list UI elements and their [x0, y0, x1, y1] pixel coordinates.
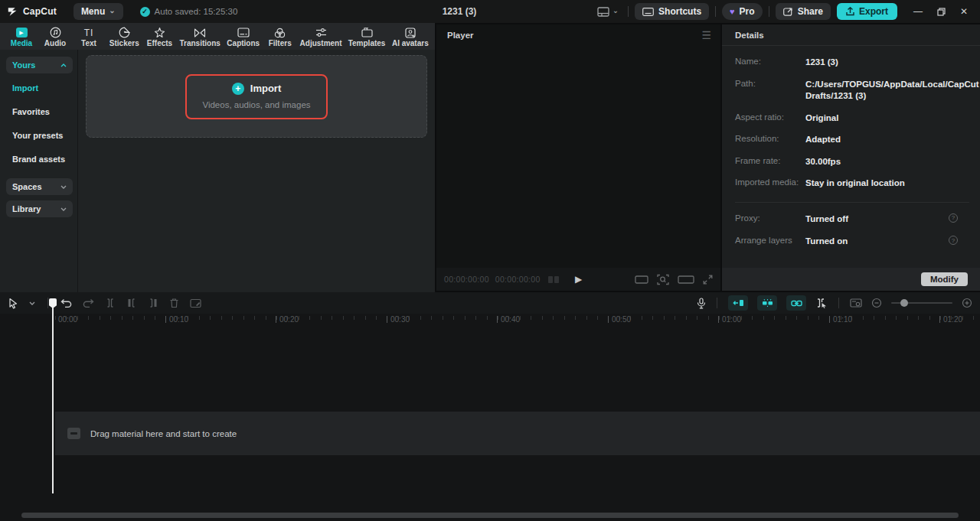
menu-button[interactable]: Menu ⌄	[74, 3, 123, 20]
timeline-panel: 00:00 00:10 00:20 00:30 00:40 00:50 01:0…	[0, 292, 980, 521]
help-icon[interactable]: ?	[949, 213, 958, 223]
pro-button[interactable]: ♥ Pro	[722, 3, 763, 20]
sidebar-item-favorites[interactable]: Favorites	[6, 103, 73, 121]
magnet-icon	[733, 299, 744, 307]
sidebar-item-brand-assets[interactable]: Brand assets	[6, 150, 73, 168]
divider	[717, 298, 717, 308]
split-button[interactable]	[105, 298, 116, 308]
tab-filters[interactable]: Filters	[263, 24, 297, 49]
plus-icon: +	[232, 83, 244, 95]
wide-preview-icon[interactable]	[678, 275, 694, 284]
tab-media[interactable]: ▶ Media	[5, 24, 38, 49]
tab-text[interactable]: TI Text	[72, 24, 106, 49]
preview-axis-icon	[815, 298, 828, 308]
workspace-layout-button[interactable]: ⌄	[594, 5, 622, 18]
delete-right-button[interactable]	[148, 298, 158, 308]
preview-axis-button[interactable]	[815, 298, 828, 308]
export-button[interactable]: Export	[837, 3, 897, 20]
import-button[interactable]: + Import	[232, 83, 281, 95]
divider	[47, 298, 48, 308]
detail-row-aspect-ratio: Aspect ratio: Original	[735, 112, 969, 125]
ratio-icon[interactable]	[635, 275, 648, 284]
tab-transitions[interactable]: Transitions	[177, 24, 224, 49]
sidebar-item-spaces[interactable]: Spaces	[6, 178, 73, 195]
fullscreen-icon[interactable]	[703, 275, 713, 285]
timeline-toolbar	[0, 292, 980, 314]
play-button[interactable]: ▶	[575, 274, 582, 285]
divider	[838, 298, 839, 308]
detail-row-resolution: Resolution: Adapted	[735, 134, 969, 146]
playhead[interactable]	[49, 298, 57, 308]
shortcuts-button[interactable]: Shortcuts	[635, 3, 709, 20]
adjust-layout-button[interactable]	[850, 298, 862, 308]
select-tool-button[interactable]	[8, 298, 18, 309]
sidebar-item-library[interactable]: Library	[6, 200, 73, 217]
sidebar-item-your-presets[interactable]: Your presets	[6, 126, 73, 145]
delete-right-icon	[148, 298, 158, 308]
main-track-magnet-toggle[interactable]	[728, 295, 748, 311]
frame-by-frame-icon[interactable]	[548, 276, 559, 283]
redo-button[interactable]	[83, 298, 94, 308]
split-icon	[105, 298, 116, 308]
capcut-logo-icon	[7, 7, 19, 17]
delete-button[interactable]	[169, 298, 179, 308]
timeline-ruler[interactable]: 00:00 00:10 00:20 00:30 00:40 00:50 01:0…	[0, 314, 980, 327]
captions-icon	[237, 27, 250, 38]
timeline-zoom-slider[interactable]	[891, 302, 952, 304]
undo-button[interactable]	[60, 298, 72, 308]
ruler-label: 00:20	[279, 315, 299, 324]
minimize-button[interactable]: —	[908, 2, 928, 21]
detail-row-path: Path: C:/Users/TOPGUS/AppData/Local/CapC…	[735, 79, 969, 103]
auto-snap-toggle[interactable]	[757, 295, 777, 311]
ai-avatars-icon	[405, 27, 416, 38]
restore-button[interactable]	[931, 2, 951, 21]
ruler-label: 00:10	[169, 315, 188, 324]
adjustment-icon	[315, 27, 327, 38]
focus-zoom-icon[interactable]	[657, 274, 669, 285]
sidebar-item-yours[interactable]: Yours	[6, 57, 73, 73]
modify-button[interactable]: Modify	[921, 272, 968, 286]
close-button[interactable]: ✕	[954, 2, 974, 21]
app-name: CapCut	[23, 6, 57, 17]
zoom-out-button[interactable]	[871, 298, 882, 308]
app-logo: CapCut	[0, 6, 64, 17]
select-tool-caret[interactable]	[29, 301, 35, 305]
tab-stickers[interactable]: Stickers	[106, 24, 143, 49]
ruler-label: 00:40	[501, 315, 520, 324]
cover-icon	[850, 298, 862, 308]
tab-templates[interactable]: Templates	[345, 24, 388, 49]
templates-icon	[361, 27, 373, 38]
player-menu-icon[interactable]: ☰	[701, 29, 711, 41]
detail-row-name: Name: 1231 (3)	[735, 57, 969, 69]
link-toggle[interactable]	[786, 295, 806, 311]
delete-left-button[interactable]	[126, 298, 137, 308]
player-controls: 00:00:00:00 00:00:00:00 ▶	[436, 268, 720, 291]
share-button[interactable]: Share	[776, 3, 831, 20]
timeline-tracks: Drag material here and start to create	[0, 327, 980, 521]
empty-track-dropzone[interactable]: Drag material here and start to create	[55, 412, 980, 455]
tab-captions[interactable]: Captions	[224, 24, 263, 49]
resource-tabstrip: ▶ Media Audio TI Text Stickers	[0, 23, 435, 50]
tab-effects[interactable]: Effects	[143, 24, 177, 49]
tab-ai-avatars[interactable]: AI avatars	[389, 24, 432, 49]
pro-gem-icon: ♥	[730, 7, 735, 16]
tab-adjustment[interactable]: Adjustment	[297, 24, 345, 49]
chevron-down-icon	[60, 207, 67, 211]
divider	[628, 6, 629, 17]
detail-row-frame-rate: Frame rate: 30.00fps	[735, 156, 969, 168]
import-dropzone[interactable]: + Import Videos, audios, and images	[86, 55, 427, 138]
autosave-status: ✓ Auto saved: 15:25:30	[140, 7, 238, 17]
redo-icon	[83, 298, 94, 308]
audio-icon	[50, 27, 61, 38]
tab-audio[interactable]: Audio	[38, 24, 72, 49]
export-icon	[846, 7, 854, 16]
sidebar-item-import[interactable]: Import	[6, 79, 73, 97]
ruler-label: 01:10	[833, 315, 852, 324]
edit-clip-button[interactable]	[190, 298, 201, 308]
cursor-icon	[8, 298, 18, 309]
ruler-label: 00:30	[390, 315, 410, 324]
record-voiceover-button[interactable]	[697, 298, 706, 309]
timeline-horizontal-scrollbar[interactable]	[21, 513, 959, 518]
zoom-in-button[interactable]	[962, 298, 972, 308]
zoom-slider-handle[interactable]	[900, 299, 908, 307]
